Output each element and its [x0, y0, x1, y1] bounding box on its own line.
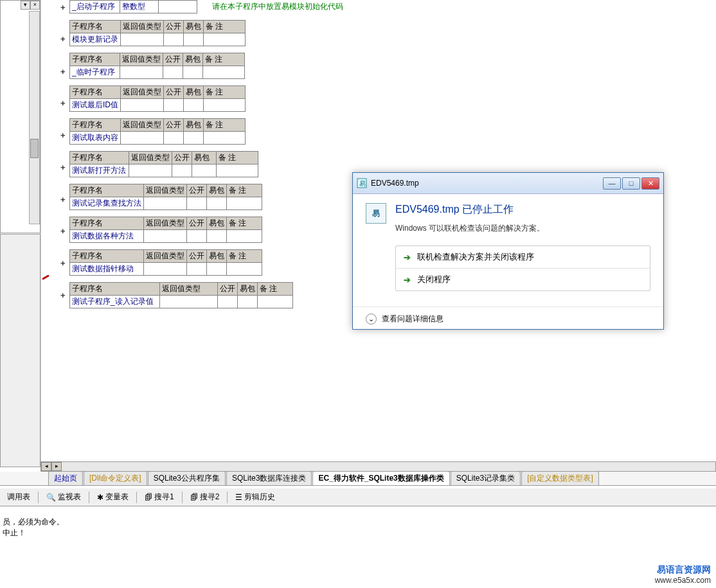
easy-pkg-cell[interactable]: [183, 66, 203, 79]
public-cell[interactable]: [218, 296, 238, 308]
public-cell[interactable]: [164, 132, 184, 145]
proc-name-cell[interactable]: 测试数据各种方法: [70, 230, 144, 243]
proc-name-cell[interactable]: 测试新打开方法: [70, 165, 129, 177]
return-type-cell[interactable]: [129, 165, 172, 177]
public-cell[interactable]: [187, 197, 207, 210]
easy-pkg-cell[interactable]: [184, 99, 204, 112]
expand-plus-icon[interactable]: +: [60, 3, 66, 12]
easy-pkg-cell[interactable]: [184, 33, 204, 46]
easy-pkg-cell[interactable]: [192, 165, 217, 177]
left-top-pane: ▾ ×: [0, 0, 40, 233]
public-cell[interactable]: [164, 99, 184, 112]
return-type-cell[interactable]: [120, 66, 163, 79]
return-type-cell[interactable]: [121, 132, 164, 145]
public-cell[interactable]: [163, 66, 183, 79]
hdr-return-type: 返回值类型: [121, 86, 164, 99]
check-online-option[interactable]: ➔ 联机检查解决方案并关闭该程序: [396, 246, 650, 268]
hdr-remark: 备 注: [203, 53, 245, 66]
minimize-button[interactable]: —: [603, 177, 621, 190]
remark-cell[interactable]: [227, 230, 262, 243]
expand-plus-icon[interactable]: +: [60, 163, 66, 172]
search2-button[interactable]: 🗐搜寻2: [186, 490, 224, 504]
editor-tab[interactable]: SQLite3记录集类: [451, 471, 521, 485]
proc-name-cell[interactable]: 测试最后ID值: [70, 99, 121, 112]
dialog-message: Windows 可以联机检查该问题的解决方案。: [395, 223, 544, 234]
easy-pkg-cell[interactable]: [207, 263, 227, 276]
hdr-remark: 备 注: [227, 217, 262, 230]
list-icon: ☰: [235, 493, 242, 502]
easy-pkg-cell[interactable]: [207, 230, 227, 243]
horizontal-scrollbar[interactable]: ◂ ▸: [40, 461, 716, 472]
return-type-cell[interactable]: [121, 99, 164, 112]
proc-table: 子程序名返回值类型公开易包备 注测试数据指针移动: [69, 249, 262, 276]
hdr-public: 公开: [163, 53, 183, 66]
maximize-button[interactable]: □: [622, 177, 640, 190]
return-type-cell[interactable]: [144, 230, 187, 243]
return-type-cell[interactable]: [121, 33, 164, 46]
proc-name-cell[interactable]: 测试子程序_读入记录值: [70, 296, 160, 308]
remark-cell[interactable]: [258, 296, 293, 308]
watch-table-button[interactable]: 🔍监视表: [42, 490, 85, 504]
call-table-button[interactable]: 调用表: [3, 490, 35, 504]
clip-history-button[interactable]: ☰剪辑历史: [231, 490, 280, 504]
proc-name-cell[interactable]: _启动子程序: [70, 1, 120, 13]
view-details-link[interactable]: 查看问题详细信息: [382, 314, 443, 325]
proc-name-cell[interactable]: 模块更新记录: [70, 33, 121, 46]
expand-plus-icon[interactable]: +: [60, 226, 66, 236]
bottom-toolbar: 调用表 🔍监视表 ✱变量表 🗐搜寻1 🗐搜寻2 ☰剪辑历史: [0, 488, 716, 506]
proc-table: 子程序名返回值类型公开易包备 注模块更新记录: [69, 20, 246, 46]
return-type-cell[interactable]: [160, 296, 218, 308]
proc-name-cell[interactable]: 测试记录集查找方法: [70, 197, 144, 210]
scroll-left-button[interactable]: ◂: [41, 462, 51, 471]
app-icon: 易: [357, 178, 367, 188]
editor-tab[interactable]: EC_得力软件_SQLite3数据库操作类: [312, 471, 449, 485]
editor-tab[interactable]: SQLite3数据库连接类: [226, 471, 312, 485]
editor-tab[interactable]: [Dll命令定义表]: [84, 471, 147, 485]
dialog-title-text: EDV5469.tmp: [371, 179, 603, 188]
remark-cell[interactable]: [204, 132, 246, 145]
return-type-cell[interactable]: [144, 263, 187, 276]
close-program-option[interactable]: ➔ 关闭程序: [396, 268, 650, 290]
return-type-cell[interactable]: 整数型: [120, 1, 159, 13]
editor-tab[interactable]: SQLite3公共程序集: [148, 471, 226, 485]
editor-tab[interactable]: 起始页: [48, 471, 83, 485]
proc-name-cell[interactable]: _临时子程序: [70, 66, 120, 79]
remark-cell[interactable]: [227, 197, 262, 210]
remark-cell[interactable]: [204, 33, 246, 46]
search1-button[interactable]: 🗐搜寻1: [140, 490, 179, 504]
expand-plus-icon[interactable]: +: [60, 98, 66, 108]
hdr-remark: 备 注: [204, 119, 246, 132]
proc-name-cell[interactable]: 测试取表内容: [70, 132, 121, 145]
expand-plus-icon[interactable]: +: [60, 258, 66, 268]
hdr-public: 公开: [187, 250, 207, 263]
return-type-cell[interactable]: [144, 197, 187, 210]
expand-plus-icon[interactable]: +: [60, 130, 66, 140]
expand-plus-icon[interactable]: +: [60, 290, 66, 300]
dialog-titlebar[interactable]: 易 EDV5469.tmp — □ ✕: [353, 173, 663, 194]
easy-pkg-cell[interactable]: [207, 197, 227, 210]
close-button[interactable]: ✕: [641, 177, 659, 190]
scroll-right-button[interactable]: ▸: [51, 462, 62, 471]
public-cell[interactable]: [187, 230, 207, 243]
proc-table: 子程序名返回值类型公开易包备 注_临时子程序: [69, 53, 245, 79]
var-table-button[interactable]: ✱变量表: [93, 490, 133, 504]
public-cell[interactable]: [172, 165, 192, 177]
expand-plus-icon[interactable]: +: [60, 67, 66, 76]
expand-plus-icon[interactable]: +: [60, 195, 66, 204]
proc-name-cell[interactable]: 测试数据指针移动: [70, 263, 144, 276]
remark-cell[interactable]: [203, 66, 245, 79]
dock-button[interactable]: ▾: [21, 1, 30, 10]
close-pane-button[interactable]: ×: [30, 1, 40, 10]
easy-pkg-cell[interactable]: [184, 132, 204, 145]
remark-cell[interactable]: [204, 99, 246, 112]
left-scrollbar[interactable]: [29, 11, 40, 224]
expand-details-icon[interactable]: ⌄: [366, 314, 377, 325]
remark-cell[interactable]: [227, 263, 262, 276]
remark-cell[interactable]: [217, 165, 258, 177]
editor-tab[interactable]: [自定义数据类型表]: [521, 471, 599, 485]
easy-pkg-cell[interactable]: [238, 296, 258, 308]
public-cell[interactable]: [187, 263, 207, 276]
public-cell[interactable]: [164, 33, 184, 46]
expand-plus-icon[interactable]: +: [60, 34, 66, 44]
hdr-return-type: 返回值类型: [129, 152, 172, 165]
